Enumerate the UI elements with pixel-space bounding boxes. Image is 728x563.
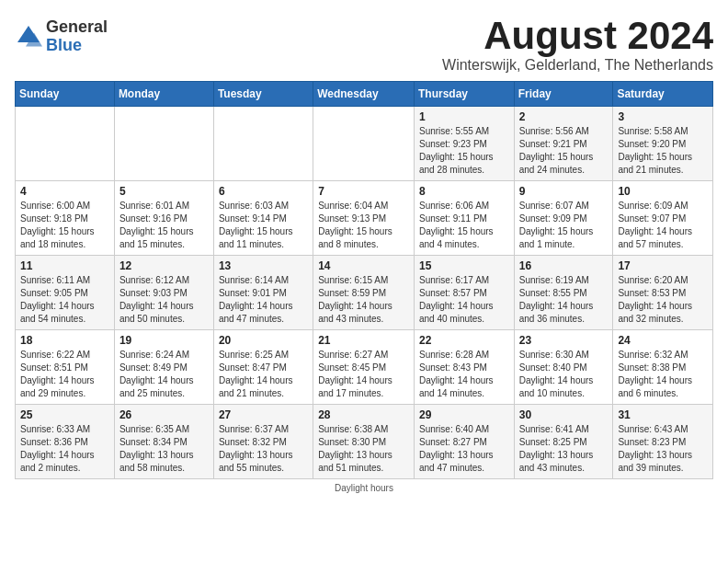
day-number: 24 bbox=[618, 334, 708, 347]
day-info: Sunrise: 6:38 AM Sunset: 8:30 PM Dayligh… bbox=[318, 423, 409, 475]
day-number: 27 bbox=[219, 408, 308, 421]
day-number: 19 bbox=[119, 334, 209, 347]
day-info: Sunrise: 6:06 AM Sunset: 9:11 PM Dayligh… bbox=[419, 200, 509, 251]
calendar-cell: 8Sunrise: 6:06 AM Sunset: 9:11 PM Daylig… bbox=[414, 181, 514, 256]
day-number: 31 bbox=[618, 408, 708, 421]
day-number: 12 bbox=[119, 259, 209, 272]
daylight-label: Daylight hours bbox=[15, 483, 713, 493]
calendar-cell: 25Sunrise: 6:33 AM Sunset: 8:36 PM Dayli… bbox=[16, 405, 115, 479]
day-info: Sunrise: 5:58 AM Sunset: 9:20 PM Dayligh… bbox=[618, 125, 708, 177]
title-block: August 2024 Winterswijk, Gelderland, The… bbox=[442, 15, 713, 74]
day-number: 3 bbox=[618, 110, 708, 123]
day-info: Sunrise: 6:27 AM Sunset: 8:45 PM Dayligh… bbox=[318, 349, 409, 400]
day-number: 29 bbox=[419, 408, 509, 421]
day-info: Sunrise: 6:41 AM Sunset: 8:25 PM Dayligh… bbox=[519, 423, 609, 475]
calendar-cell: 3Sunrise: 5:58 AM Sunset: 9:20 PM Daylig… bbox=[613, 107, 713, 181]
column-header-wednesday: Wednesday bbox=[313, 82, 415, 107]
calendar-cell: 18Sunrise: 6:22 AM Sunset: 8:51 PM Dayli… bbox=[16, 330, 115, 405]
day-number: 21 bbox=[318, 334, 409, 347]
calendar-cell: 5Sunrise: 6:01 AM Sunset: 9:16 PM Daylig… bbox=[114, 181, 213, 256]
calendar-cell: 4Sunrise: 6:00 AM Sunset: 9:18 PM Daylig… bbox=[16, 181, 115, 256]
calendar-cell: 22Sunrise: 6:28 AM Sunset: 8:43 PM Dayli… bbox=[414, 330, 514, 405]
column-header-saturday: Saturday bbox=[613, 82, 713, 107]
page-header: General Blue August 2024 Winterswijk, Ge… bbox=[15, 15, 713, 74]
day-info: Sunrise: 6:22 AM Sunset: 8:51 PM Dayligh… bbox=[20, 349, 109, 400]
day-number: 8 bbox=[419, 185, 509, 198]
calendar-row: 4Sunrise: 6:00 AM Sunset: 9:18 PM Daylig… bbox=[16, 181, 713, 256]
day-number: 13 bbox=[219, 259, 308, 272]
calendar-row: 18Sunrise: 6:22 AM Sunset: 8:51 PM Dayli… bbox=[16, 330, 713, 405]
day-info: Sunrise: 6:20 AM Sunset: 8:53 PM Dayligh… bbox=[618, 274, 708, 326]
day-info: Sunrise: 6:32 AM Sunset: 8:38 PM Dayligh… bbox=[618, 349, 708, 400]
calendar-cell: 10Sunrise: 6:09 AM Sunset: 9:07 PM Dayli… bbox=[613, 181, 713, 256]
calendar-row: 1Sunrise: 5:55 AM Sunset: 9:23 PM Daylig… bbox=[16, 107, 713, 181]
day-info: Sunrise: 6:35 AM Sunset: 8:34 PM Dayligh… bbox=[119, 423, 209, 475]
header-row: SundayMondayTuesdayWednesdayThursdayFrid… bbox=[16, 82, 713, 107]
logo: General Blue bbox=[15, 18, 108, 55]
day-info: Sunrise: 6:07 AM Sunset: 9:09 PM Dayligh… bbox=[519, 200, 609, 251]
day-number: 16 bbox=[519, 259, 609, 272]
calendar-cell: 7Sunrise: 6:04 AM Sunset: 9:13 PM Daylig… bbox=[313, 181, 415, 256]
calendar-row: 25Sunrise: 6:33 AM Sunset: 8:36 PM Dayli… bbox=[16, 405, 713, 479]
day-number: 26 bbox=[119, 408, 209, 421]
column-header-sunday: Sunday bbox=[16, 82, 115, 107]
calendar-row: 11Sunrise: 6:11 AM Sunset: 9:05 PM Dayli… bbox=[16, 256, 713, 330]
day-number: 15 bbox=[419, 259, 509, 272]
calendar-body: 1Sunrise: 5:55 AM Sunset: 9:23 PM Daylig… bbox=[16, 107, 713, 479]
day-info: Sunrise: 6:40 AM Sunset: 8:27 PM Dayligh… bbox=[419, 423, 509, 475]
calendar-cell: 23Sunrise: 6:30 AM Sunset: 8:40 PM Dayli… bbox=[514, 330, 613, 405]
day-info: Sunrise: 6:00 AM Sunset: 9:18 PM Dayligh… bbox=[20, 200, 109, 251]
day-info: Sunrise: 6:12 AM Sunset: 9:03 PM Dayligh… bbox=[119, 274, 209, 326]
day-number: 7 bbox=[318, 185, 409, 198]
column-header-thursday: Thursday bbox=[414, 82, 514, 107]
calendar-cell: 15Sunrise: 6:17 AM Sunset: 8:57 PM Dayli… bbox=[414, 256, 514, 330]
calendar-cell: 24Sunrise: 6:32 AM Sunset: 8:38 PM Dayli… bbox=[613, 330, 713, 405]
month-title: August 2024 bbox=[442, 15, 713, 57]
day-number: 25 bbox=[20, 408, 109, 421]
calendar-cell bbox=[114, 107, 213, 181]
calendar-cell: 31Sunrise: 6:43 AM Sunset: 8:23 PM Dayli… bbox=[613, 405, 713, 479]
day-number: 18 bbox=[20, 334, 109, 347]
calendar-cell: 28Sunrise: 6:38 AM Sunset: 8:30 PM Dayli… bbox=[313, 405, 415, 479]
day-number: 30 bbox=[519, 408, 609, 421]
day-number: 5 bbox=[119, 185, 209, 198]
calendar-cell: 14Sunrise: 6:15 AM Sunset: 8:59 PM Dayli… bbox=[313, 256, 415, 330]
calendar-cell: 6Sunrise: 6:03 AM Sunset: 9:14 PM Daylig… bbox=[213, 181, 313, 256]
location: Winterswijk, Gelderland, The Netherlands bbox=[442, 57, 713, 74]
day-number: 10 bbox=[618, 185, 708, 198]
calendar-cell: 1Sunrise: 5:55 AM Sunset: 9:23 PM Daylig… bbox=[414, 107, 514, 181]
day-info: Sunrise: 6:30 AM Sunset: 8:40 PM Dayligh… bbox=[519, 349, 609, 400]
day-info: Sunrise: 5:56 AM Sunset: 9:21 PM Dayligh… bbox=[519, 125, 609, 177]
day-info: Sunrise: 6:17 AM Sunset: 8:57 PM Dayligh… bbox=[419, 274, 509, 326]
day-info: Sunrise: 6:24 AM Sunset: 8:49 PM Dayligh… bbox=[119, 349, 209, 400]
day-number: 14 bbox=[318, 259, 409, 272]
calendar-cell bbox=[16, 107, 115, 181]
calendar-cell: 27Sunrise: 6:37 AM Sunset: 8:32 PM Dayli… bbox=[213, 405, 313, 479]
day-info: Sunrise: 6:11 AM Sunset: 9:05 PM Dayligh… bbox=[20, 274, 109, 326]
day-number: 1 bbox=[419, 110, 509, 123]
day-number: 23 bbox=[519, 334, 609, 347]
day-number: 11 bbox=[20, 259, 109, 272]
day-number: 20 bbox=[219, 334, 308, 347]
day-info: Sunrise: 6:14 AM Sunset: 9:01 PM Dayligh… bbox=[219, 274, 308, 326]
logo-text: General Blue bbox=[46, 18, 108, 55]
day-number: 22 bbox=[419, 334, 509, 347]
day-number: 2 bbox=[519, 110, 609, 123]
logo-blue: Blue bbox=[46, 37, 108, 55]
calendar-cell: 20Sunrise: 6:25 AM Sunset: 8:47 PM Dayli… bbox=[213, 330, 313, 405]
day-info: Sunrise: 6:04 AM Sunset: 9:13 PM Dayligh… bbox=[318, 200, 409, 251]
day-info: Sunrise: 6:15 AM Sunset: 8:59 PM Dayligh… bbox=[318, 274, 409, 326]
calendar-cell: 9Sunrise: 6:07 AM Sunset: 9:09 PM Daylig… bbox=[514, 181, 613, 256]
calendar-cell: 16Sunrise: 6:19 AM Sunset: 8:55 PM Dayli… bbox=[514, 256, 613, 330]
calendar-cell: 11Sunrise: 6:11 AM Sunset: 9:05 PM Dayli… bbox=[16, 256, 115, 330]
day-info: Sunrise: 6:09 AM Sunset: 9:07 PM Dayligh… bbox=[618, 200, 708, 251]
logo-icon bbox=[15, 23, 42, 51]
day-number: 6 bbox=[219, 185, 308, 198]
day-info: Sunrise: 6:25 AM Sunset: 8:47 PM Dayligh… bbox=[219, 349, 308, 400]
logo-general: General bbox=[46, 18, 108, 37]
calendar-cell: 21Sunrise: 6:27 AM Sunset: 8:45 PM Dayli… bbox=[313, 330, 415, 405]
day-info: Sunrise: 5:55 AM Sunset: 9:23 PM Dayligh… bbox=[419, 125, 509, 177]
calendar-cell: 29Sunrise: 6:40 AM Sunset: 8:27 PM Dayli… bbox=[414, 405, 514, 479]
day-info: Sunrise: 6:19 AM Sunset: 8:55 PM Dayligh… bbox=[519, 274, 609, 326]
day-info: Sunrise: 6:37 AM Sunset: 8:32 PM Dayligh… bbox=[219, 423, 308, 475]
